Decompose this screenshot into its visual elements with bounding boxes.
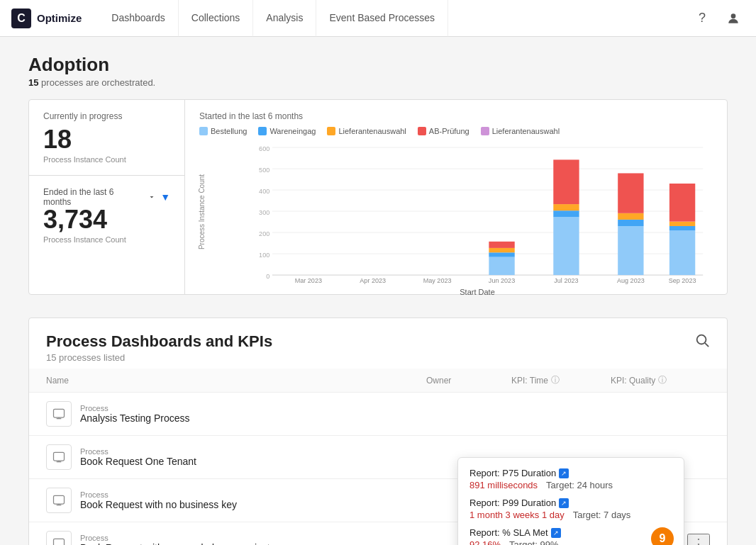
process-icon (46, 531, 72, 545)
process-name: Book Request with suspended process inst… (80, 542, 404, 545)
svg-text:400: 400 (259, 188, 269, 195)
process-name: Analysis Testing Process (80, 412, 426, 424)
kpi-subtitle: 15 processes listed (46, 352, 272, 363)
nav-items: Dashboards Collections Analysis Event Ba… (99, 0, 691, 37)
legend-lieferanten2: Lieferantenauswahl (481, 127, 560, 135)
legend-abpruefung: AB-Prüfung (418, 127, 469, 135)
user-button[interactable] (722, 7, 745, 30)
bar-chart: Process Instance Count 600 500 400 300 2… (199, 141, 713, 283)
svg-rect-18 (489, 257, 514, 275)
in-progress-sublabel: Process Instance Count (43, 155, 170, 164)
ext-link-icon-3[interactable]: ↗ (551, 528, 561, 538)
col-kpi-quality-header: KPI: Quality ⓘ (611, 374, 710, 386)
svg-rect-23 (553, 217, 579, 275)
adoption-stats: Currently in progress 18 Process Instanc… (29, 100, 185, 294)
svg-point-0 (731, 13, 736, 18)
process-info: Process Book Request One Tenant (80, 447, 426, 467)
svg-text:Aug 2023: Aug 2023 (617, 277, 645, 284)
process-type: Process (80, 447, 426, 456)
ended-sublabel: Process Instance Count (43, 235, 170, 244)
svg-text:Jun 2023: Jun 2023 (489, 277, 515, 284)
nav-analysis[interactable]: Analysis (253, 0, 316, 37)
svg-rect-20 (489, 248, 514, 252)
tooltip-values-3: 92.16% Target: 99% (469, 539, 641, 545)
help-button[interactable]: ? (691, 7, 713, 30)
adoption-title: Adoption (28, 54, 728, 76)
svg-rect-36 (669, 184, 695, 222)
navbar: C Optimize Dashboards Collections Analys… (0, 0, 756, 37)
svg-text:200: 200 (259, 230, 269, 237)
ended-card: Ended in the last 6 months ▼ 3,734 Proce… (29, 176, 184, 255)
y-axis-label: Process Instance Count (198, 174, 206, 249)
nav-event-based[interactable]: Event Based Processes (316, 0, 448, 37)
tooltip-value-3: 92.16% (469, 539, 501, 545)
legend-bestellung: Bestellung (199, 127, 247, 135)
col-kpi-time-header: KPI: Time ⓘ (511, 374, 611, 386)
in-progress-count: 18 (43, 127, 170, 152)
process-name: Book Request One Tenant (80, 456, 426, 467)
ext-link-icon-2[interactable]: ↗ (559, 498, 569, 508)
tooltip-target: Target: 24 hours (546, 480, 613, 490)
adoption-subtitle: 15 processes are orchestrated. (28, 77, 728, 88)
svg-rect-40 (54, 409, 65, 417)
svg-rect-35 (669, 222, 695, 226)
search-button[interactable] (694, 332, 710, 352)
tooltip-report-label-3: Report: % SLA Met ↗ (469, 527, 641, 538)
process-icon (46, 488, 72, 513)
tooltip-values: 891 milliseconds Target: 24 hours (469, 480, 672, 490)
in-progress-card: Currently in progress 18 Process Instanc… (29, 100, 184, 176)
legend-lieferanten1: Lieferantenauswahl (327, 127, 406, 135)
tooltip-value: 891 milliseconds (469, 480, 538, 490)
tooltip-report-label-2: Report: P99 Duration ↗ (469, 498, 672, 508)
process-row: Process Analysis Testing Process (29, 393, 727, 436)
svg-rect-30 (618, 213, 643, 220)
col-name-header: Name (46, 376, 426, 386)
svg-rect-49 (54, 539, 65, 545)
svg-rect-25 (553, 204, 579, 210)
nav-actions: ? (691, 7, 745, 30)
svg-rect-43 (54, 452, 65, 461)
col-owner-header: Owner (426, 376, 511, 386)
process-type: Process (80, 490, 426, 499)
ext-link-icon[interactable]: ↗ (559, 468, 569, 478)
process-row: Process Book Request One Tenant Report: … (29, 436, 727, 479)
nav-collections[interactable]: Collections (179, 0, 253, 37)
process-icon (46, 444, 72, 470)
ended-label: Ended in the last 6 months (43, 187, 143, 207)
process-name: Book Request with no business key (80, 499, 426, 510)
kpi-quality-info-icon: ⓘ (658, 374, 667, 386)
svg-rect-28 (618, 226, 643, 275)
table-header: Name Owner KPI: Time ⓘ KPI: Quality ⓘ (29, 369, 727, 393)
more-options-button[interactable]: ⋮ (687, 534, 710, 545)
process-icon (46, 401, 72, 427)
svg-text:100: 100 (259, 252, 269, 259)
nav-dashboards[interactable]: Dashboards (99, 0, 179, 37)
ended-header: Ended in the last 6 months ▼ (43, 187, 170, 207)
svg-rect-46 (54, 495, 65, 504)
svg-rect-29 (618, 220, 643, 226)
filter-icon[interactable]: ▼ (160, 191, 170, 203)
chart-title: Started in the last 6 months (199, 111, 713, 121)
tooltip-row-3: Report: % SLA Met ↗ 92.16% Target: 99% (469, 527, 672, 545)
adoption-panel: Currently in progress 18 Process Instanc… (28, 99, 728, 295)
svg-text:Jul 2023: Jul 2023 (554, 277, 578, 284)
app-name: Optimize (37, 12, 82, 24)
svg-text:600: 600 (259, 145, 269, 152)
svg-text:0: 0 (266, 273, 269, 280)
svg-rect-21 (489, 242, 514, 248)
in-progress-label: Currently in progress (43, 111, 170, 121)
svg-rect-34 (669, 226, 695, 230)
kpi-tooltip: Report: P75 Duration ↗ 891 milliseconds … (457, 457, 684, 545)
process-type: Process (80, 404, 426, 412)
svg-rect-33 (669, 230, 695, 275)
kpi-time-info-icon: ⓘ (551, 374, 560, 386)
svg-line-39 (705, 343, 708, 347)
svg-point-38 (697, 335, 706, 344)
kpi-header: Process Dashboards and KPIs 15 processes… (29, 318, 727, 369)
process-info: Process Book Request with no business ke… (80, 490, 426, 510)
logo-icon: C (11, 9, 31, 28)
chart-area: Started in the last 6 months Bestellung … (185, 100, 727, 294)
tooltip-row-1: Report: P75 Duration ↗ 891 milliseconds … (469, 468, 672, 490)
svg-rect-31 (618, 173, 643, 213)
svg-text:May 2023: May 2023 (423, 277, 452, 284)
